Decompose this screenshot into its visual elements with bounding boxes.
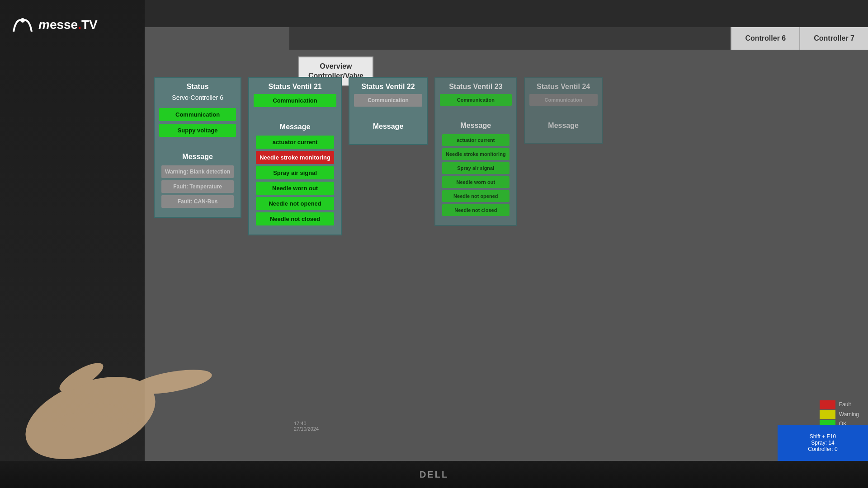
ventil21-communication-btn[interactable]: Communication: [254, 94, 336, 107]
ventil21-card: Status Ventil 21 Communication Message a…: [248, 77, 342, 235]
servo-controller-card: Status Servo-Controller 6 Communication …: [154, 77, 241, 218]
ventil24-message-buttons: [529, 134, 598, 139]
ventil24-card: Status Ventil 24 Communication Message: [524, 77, 603, 144]
ventil21-message-title: Message: [254, 118, 336, 136]
servo-message-title: Message: [159, 148, 236, 165]
tab-controller7[interactable]: Controller 7: [799, 27, 868, 50]
ventil23-message-section: Message actuator current Needle stroke m…: [435, 113, 516, 225]
servo-message-buttons: Warning: Blank detection Fault: Temperat…: [159, 165, 236, 212]
logo-tv: TV: [81, 18, 98, 32]
top-nav: Controller 6 Controller 7: [289, 27, 868, 50]
ventil22-message-title: Message: [354, 118, 422, 135]
left-panel: messe.TV: [0, 0, 145, 488]
ventil22-indicators: Communication: [349, 94, 427, 113]
svg-point-0: [20, 18, 25, 23]
ventil23-actuator-btn[interactable]: actuator current: [442, 134, 509, 146]
servo-msg-fault-canbus[interactable]: Fault: CAN-Bus: [161, 195, 234, 208]
ventil22-message-section: Message: [349, 113, 427, 144]
servo-msg-warning[interactable]: Warning: Blank detection: [161, 165, 234, 178]
logo-dot: .: [78, 18, 81, 32]
ventil21-spray-air-btn[interactable]: Spray air signal: [256, 166, 334, 179]
ventil21-needle-not-opened-btn[interactable]: Needle not opened: [256, 197, 334, 210]
legend-yellow: [820, 410, 835, 419]
ventil22-title: Status Ventil 22: [349, 78, 427, 94]
servo-communication-btn[interactable]: Communication: [159, 108, 236, 121]
servo-title: Status: [155, 78, 241, 94]
logo-esse: esse: [50, 18, 78, 32]
ventil21-indicators: Communication: [249, 94, 341, 114]
ventil21-needle-worn-btn[interactable]: Needle worn out: [256, 182, 334, 195]
ventil23-card: Status Ventil 23 Communication Message a…: [434, 77, 517, 226]
overview-line1: Overview: [308, 62, 363, 71]
ventil23-indicators: Communication: [435, 94, 516, 113]
ventil21-title: Status Ventil 21: [249, 78, 341, 94]
ventil24-indicators: Communication: [525, 94, 602, 113]
ventil23-spray-air-btn[interactable]: Spray air signal: [442, 162, 509, 174]
ventil23-needle-not-opened-btn[interactable]: Needle not opened: [442, 190, 509, 202]
legend-fault: Fault: [839, 400, 859, 410]
ventil24-message-section: Message: [525, 113, 602, 143]
ventil21-message-buttons: actuator current Needle stroke monitorin…: [254, 136, 336, 230]
ventil21-actuator-btn[interactable]: actuator current: [256, 136, 334, 149]
ventil21-message-section: Message actuator current Needle stroke m…: [249, 114, 341, 235]
tab-controller6[interactable]: Controller 6: [731, 27, 799, 50]
logo-m: m: [38, 18, 50, 32]
blue-panel-text: Shift + F10 Spray: 14 Controller: 0: [808, 433, 837, 452]
ventil24-message-title: Message: [529, 117, 598, 134]
ventil23-message-title: Message: [440, 117, 512, 134]
ventil23-title: Status Ventil 23: [435, 78, 516, 94]
servo-message-section: Message Warning: Blank detection Fault: …: [155, 144, 241, 217]
ventil23-message-buttons: actuator current Needle stroke monitorin…: [440, 134, 512, 221]
ventil23-communication-btn[interactable]: Communication: [440, 94, 512, 106]
columns-container: Status Servo-Controller 6 Communication …: [154, 77, 868, 425]
time-text: 17:40 27/10/2024: [294, 421, 319, 432]
ventil21-needle-not-closed-btn[interactable]: Needle not closed: [256, 212, 334, 225]
ventil23-needle-stroke-btn[interactable]: Needle stroke monitoring: [442, 148, 509, 160]
servo-subtitle: Servo-Controller 6: [155, 94, 241, 108]
ventil23-needle-worn-btn[interactable]: Needle worn out: [442, 176, 509, 188]
scada-area: Controller 6 Controller 7 Overview Contr…: [145, 27, 868, 461]
servo-indicators: Communication Suppy voltage: [155, 108, 241, 144]
ventil24-title: Status Ventil 24: [525, 78, 602, 94]
logo: messe.TV: [9, 14, 98, 36]
legend-red: [820, 400, 835, 409]
monitor-bottom: DELL: [0, 461, 868, 488]
time-display: 17:40 27/10/2024: [294, 421, 319, 432]
servo-msg-fault-temp[interactable]: Fault: Temperature: [161, 180, 234, 193]
ventil22-card: Status Ventil 22 Communication Message: [349, 77, 428, 145]
ventil24-communication-btn[interactable]: Communication: [529, 94, 598, 106]
logo-icon: [9, 14, 36, 36]
ventil22-communication-btn[interactable]: Communication: [354, 94, 422, 107]
servo-supply-btn[interactable]: Suppy voltage: [159, 124, 236, 137]
ventil23-needle-not-closed-btn[interactable]: Needle not closed: [442, 204, 509, 216]
legend-warning: Warning: [839, 410, 859, 420]
ventil22-message-buttons: [354, 135, 422, 140]
monitor-brand: DELL: [420, 469, 448, 480]
blue-panel: Shift + F10 Spray: 14 Controller: 0: [778, 425, 868, 461]
ventil21-needle-stroke-btn[interactable]: Needle stroke monitoring: [256, 151, 334, 164]
